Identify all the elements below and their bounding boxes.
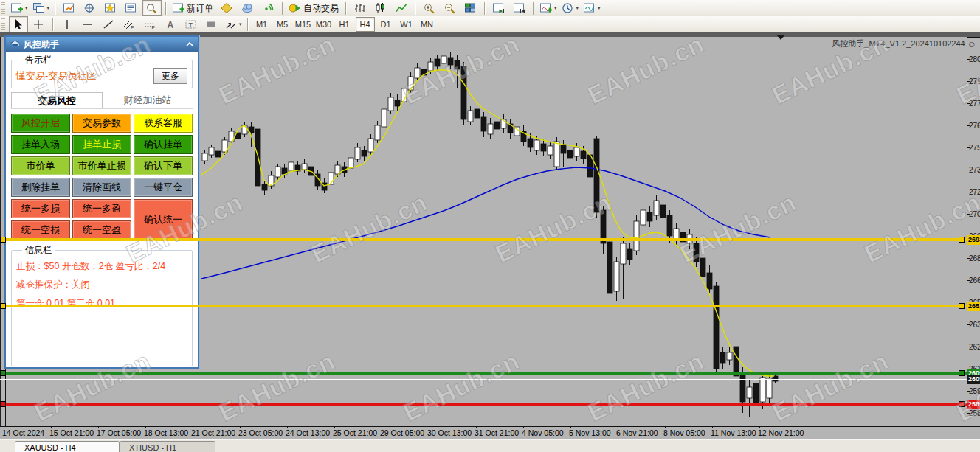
panel-button[interactable]: 统一多损 <box>11 199 70 218</box>
indicators-icon[interactable]: ▾ <box>538 0 559 16</box>
candlestick-chart-icon[interactable] <box>371 0 390 16</box>
collapse-button[interactable] <box>186 41 193 47</box>
panel-button[interactable]: 风控开启 <box>11 114 70 133</box>
entry-line-anchor[interactable] <box>0 370 6 376</box>
panel-button[interactable]: 市价单 <box>11 156 70 175</box>
panel-button[interactable]: 统一多盈 <box>72 199 131 218</box>
chart-profiles-icon[interactable]: ▾ <box>31 0 52 16</box>
search-icon[interactable] <box>142 0 162 16</box>
stoploss-line-anchor[interactable] <box>959 401 965 407</box>
panel-button[interactable]: 一键平仓 <box>134 178 193 197</box>
panel-button[interactable]: 确认下单 <box>134 156 193 175</box>
new-chart-icon[interactable]: ▾ <box>9 0 30 16</box>
zoom-in-icon[interactable] <box>420 0 439 16</box>
line-chart-icon[interactable] <box>392 0 411 16</box>
timeframe-h4[interactable]: H4 <box>356 17 375 32</box>
data-window-icon[interactable] <box>80 0 100 16</box>
panel-button[interactable]: 确认挂单 <box>134 135 193 154</box>
price-tick-label: 2597 <box>969 387 980 395</box>
new-order-icon[interactable]: 新订单 <box>170 0 216 16</box>
periods-icon[interactable]: ▾ <box>560 0 581 16</box>
timeframe-m30[interactable]: M30 <box>314 17 334 32</box>
cursor-tool[interactable] <box>9 16 28 32</box>
panel-button[interactable]: 统一空损 <box>11 220 70 240</box>
panel-button[interactable]: 统一空盈 <box>72 220 131 240</box>
community-link[interactable]: 懂交易-交易员社区 <box>16 69 96 83</box>
date-label: 25 Oct 21:00 <box>333 428 377 437</box>
price-tick-label: 2681 <box>969 254 980 262</box>
shapes-tool[interactable] <box>202 16 221 32</box>
panel-button[interactable]: 交易参数 <box>72 114 131 133</box>
fibonacci-tool[interactable]: F <box>140 16 159 32</box>
current-price-line[interactable] <box>0 379 967 380</box>
chart-shift-marker[interactable] <box>776 35 785 40</box>
date-label: 18 Oct 13:00 <box>144 428 188 437</box>
timeframe-d1[interactable]: D1 <box>376 17 396 32</box>
auto-scroll-icon[interactable] <box>489 0 508 16</box>
panel-body: 告示栏 懂交易-交易员社区 更多 交易风控财经加油站 风控开启交易参数联系客服挂… <box>6 52 198 367</box>
entry-line-anchor[interactable] <box>959 370 965 376</box>
toolbar-standard: ▾▾新订单自动交易▾▾▾ <box>0 0 980 17</box>
price-tick <box>967 413 970 414</box>
target-line-2-anchor[interactable] <box>0 303 6 309</box>
price-tick <box>967 125 970 126</box>
panel-button[interactable]: 挂单入场 <box>11 135 70 154</box>
timeframe-w1[interactable]: W1 <box>397 17 416 32</box>
market-watch-icon[interactable] <box>60 0 79 16</box>
signals-icon[interactable] <box>259 0 278 16</box>
bar-chart-icon[interactable] <box>351 0 370 16</box>
symbol-tab-2[interactable]: XTIUSD - H1 <box>120 441 215 452</box>
target-line-1-anchor[interactable] <box>959 237 965 243</box>
toolbar-grip[interactable] <box>1 18 5 30</box>
stoploss-line-anchor[interactable] <box>0 401 6 407</box>
date-label: 31 Oct 21:00 <box>475 428 519 437</box>
panel-tab-1[interactable]: 交易风控 <box>11 92 103 108</box>
text-label-tool[interactable]: T <box>182 16 201 32</box>
arrows-tool[interactable]: ▾ <box>223 16 244 32</box>
chart-shift-icon[interactable] <box>510 0 529 16</box>
date-label: 11 Nov 13:00 <box>711 428 756 437</box>
time-axis[interactable]: 14 Oct 202415 Oct 21:0017 Oct 05:0018 Oc… <box>0 428 980 439</box>
timeframe-m5[interactable]: M5 <box>273 17 292 32</box>
panel-button[interactable]: 联系客服 <box>134 114 193 133</box>
navigator-icon[interactable] <box>101 0 120 16</box>
target-line-1-anchor[interactable] <box>0 237 6 243</box>
equidistant-channel-tool[interactable]: E <box>120 16 139 32</box>
toolbar-grip[interactable] <box>1 2 5 14</box>
templates-icon[interactable]: ▾ <box>582 0 602 16</box>
panel-titlebar[interactable]: 风控助手 <box>6 37 198 52</box>
panel-button[interactable]: 确认统一 <box>134 199 193 240</box>
crosshair-tool[interactable] <box>30 16 49 32</box>
svg-text:E: E <box>131 25 134 30</box>
autotrading-icon[interactable]: 自动交易 <box>287 0 342 16</box>
symbol-tab-1[interactable]: XAUUSD - H4 <box>15 441 120 452</box>
timeframe-m15[interactable]: M15 <box>294 17 313 32</box>
vertical-line-tool[interactable] <box>58 16 77 32</box>
zoom-out-icon[interactable] <box>441 0 460 16</box>
panel-button[interactable]: 删除挂单 <box>11 178 70 197</box>
trendline-tool[interactable] <box>99 16 118 32</box>
tile-windows-icon[interactable] <box>461 0 480 16</box>
panel-button[interactable]: 市价单止损 <box>72 156 131 175</box>
horizontal-line-tool[interactable] <box>78 16 97 32</box>
timeframe-m1[interactable]: M1 <box>252 17 272 32</box>
panel-button[interactable]: 挂单止损 <box>72 135 131 154</box>
more-button[interactable]: 更多 <box>153 68 187 84</box>
target-line-2-anchor[interactable] <box>959 303 965 309</box>
target-line-1[interactable] <box>0 238 967 241</box>
panel-tabs: 交易风控财经加油站 <box>11 92 193 109</box>
entry-line[interactable] <box>0 372 967 375</box>
text-tool[interactable]: A <box>161 16 180 32</box>
timeframe-mn[interactable]: MN <box>418 17 437 32</box>
cloud-icon[interactable] <box>238 0 258 16</box>
price-tick-label: 2723 <box>969 188 980 196</box>
info-line: 止损：$50 开仓数：2仓 盈亏比：2/4 <box>16 257 187 276</box>
target-line-2[interactable] <box>0 305 967 307</box>
terminal-icon[interactable] <box>122 0 141 16</box>
panel-button[interactable]: 清除画线 <box>72 178 131 197</box>
metaeditor-icon[interactable] <box>218 0 237 16</box>
stoploss-line[interactable] <box>0 403 967 406</box>
timeframe-h1[interactable]: H1 <box>335 17 354 32</box>
panel-tab-2[interactable]: 财经加油站 <box>103 92 193 108</box>
vertical-line-object[interactable] <box>5 369 6 426</box>
